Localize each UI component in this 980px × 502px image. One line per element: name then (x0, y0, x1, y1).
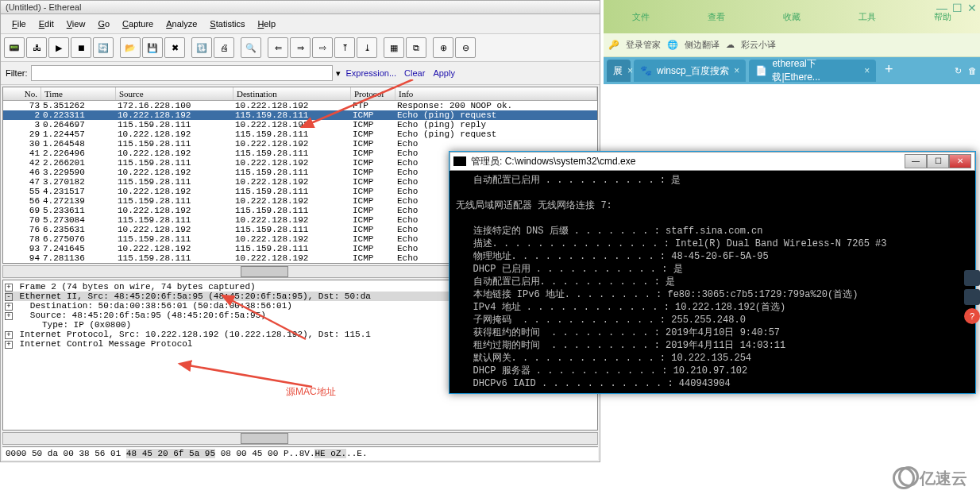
go-first-icon[interactable]: ⤒ (334, 37, 355, 58)
packet-row[interactable]: 30.264697115.159.28.11110.222.128.192ICM… (3, 120, 597, 129)
browser-side-tools: ? (932, 270, 980, 397)
hex-ascii-highlight: HE oZ. (314, 449, 346, 458)
packet-row[interactable]: 735.351262172.16.228.10010.222.128.192FT… (3, 101, 597, 110)
side-tool-icon[interactable] (964, 270, 980, 286)
colorize-icon[interactable]: ▦ (384, 37, 404, 58)
menu-edit[interactable]: Edit (33, 16, 60, 32)
bookmark-item[interactable]: 登录管家 (626, 39, 661, 51)
go-back-icon[interactable]: ⇐ (268, 37, 288, 58)
tab-close-icon[interactable]: × (864, 65, 870, 76)
packet-row[interactable]: 20.22331110.222.128.192115.159.28.111ICM… (3, 110, 597, 120)
watermark-logo-icon (893, 467, 915, 489)
zoom-in-icon[interactable]: ⊕ (433, 37, 453, 58)
window-close-button[interactable]: ✕ (949, 154, 971, 168)
menu-capture[interactable]: Capture (116, 16, 160, 32)
side-tool-icon[interactable]: ? (964, 308, 980, 324)
expression-link[interactable]: Expression... (344, 68, 399, 78)
side-tool-icon[interactable] (964, 289, 980, 305)
scrollbar-thumb[interactable] (241, 266, 288, 277)
stop-capture-icon[interactable]: ⏹ (71, 37, 91, 58)
window-min-icon[interactable]: — (936, 2, 947, 14)
window-max-icon[interactable]: ☐ (952, 2, 963, 14)
go-last-icon[interactable]: ⤓ (357, 37, 377, 58)
cmd-output[interactable]: 自动配置已启用 . . . . . . . . . . : 是 无线局域网适配器… (449, 171, 975, 393)
toolbar: 📟 🖧 ▶ ⏹ 🔄 📂 💾 ✖ 🔃 🖨 🔍 ⇐ ⇒ ⇨ ⤒ ⤓ ▦ ⧉ ⊕ ⊖ (1, 34, 600, 62)
menu-fav[interactable]: 收藏 (783, 11, 801, 23)
tab[interactable]: 🐾winscp_百度搜索× (634, 60, 746, 82)
cmd-titlebar[interactable]: 管理员: C:\windows\system32\cmd.exe — ☐ ✕ (449, 152, 975, 171)
zoom-out-icon[interactable]: ⊖ (455, 37, 476, 58)
expander-icon[interactable]: - (5, 293, 13, 301)
hex-bytes-highlight: 48 45 20 6f 5a 95 (126, 449, 215, 458)
packet-list-header[interactable]: No. Time Source Destination Protocol Inf… (3, 87, 597, 101)
menu-go[interactable]: Go (91, 16, 116, 32)
bookmark-item[interactable]: 彩云小译 (741, 39, 776, 51)
menu-statistics[interactable]: Statistics (203, 16, 251, 32)
bookmark-bar: 🔑登录管家 🌐侧边翻译 ☁彩云小译 (604, 33, 980, 57)
filter-label: Filter: (6, 68, 28, 78)
packet-row[interactable]: 291.22445710.222.128.192115.159.28.111IC… (3, 129, 597, 139)
save-icon[interactable]: 💾 (142, 37, 163, 58)
scrollbar-thumb[interactable] (241, 433, 288, 444)
dropdown-icon[interactable]: ▾ (336, 68, 341, 79)
favicon-icon: 📄 (755, 65, 767, 76)
expander-icon[interactable]: + (5, 303, 13, 311)
new-tab-button[interactable]: + (879, 61, 898, 80)
menu-help[interactable]: Help (251, 16, 282, 32)
cmd-window: 管理员: C:\windows\system32\cmd.exe — ☐ ✕ 自… (449, 151, 976, 394)
tab-close-icon[interactable]: × (627, 65, 633, 76)
cmd-title-text: 管理员: C:\windows\system32\cmd.exe (471, 155, 905, 168)
window-min-button[interactable]: — (905, 154, 927, 168)
clear-link[interactable]: Clear (402, 68, 427, 78)
menu-bar: File Edit View Go Capture Analyze Statis… (1, 14, 600, 34)
menu-file[interactable]: File (6, 16, 33, 32)
watermark: 亿速云 (893, 467, 967, 489)
expander-icon[interactable]: + (5, 331, 13, 339)
menu-analyze[interactable]: Analyze (160, 16, 203, 32)
menu-file[interactable]: 文件 (632, 11, 650, 23)
watermark-text: 亿速云 (920, 468, 967, 489)
hex-bytes: 50 da 00 38 56 01 (32, 449, 126, 458)
hex-dump-pane[interactable]: 0000 50 da 00 38 56 01 48 45 20 6f 5a 95… (2, 446, 598, 460)
autoscroll-icon[interactable]: ⧉ (406, 37, 426, 58)
bookmark-ico[interactable]: 🔑 (608, 40, 619, 50)
restart-icon[interactable]: 🔄 (93, 37, 114, 58)
menu-view[interactable]: 查看 (708, 11, 725, 23)
hex-ascii: ..E. (346, 449, 367, 458)
tab-close-icon[interactable]: × (734, 65, 739, 76)
apply-link[interactable]: Apply (430, 68, 457, 78)
close-file-icon[interactable]: ✖ (164, 37, 185, 58)
menu-tools[interactable]: 工具 (858, 11, 876, 23)
expander-icon[interactable]: + (5, 284, 13, 292)
tab[interactable]: 📄ethereal下载|Ethere...× (749, 60, 876, 82)
go-forward-icon[interactable]: ⇒ (290, 37, 311, 58)
filter-input[interactable] (31, 65, 333, 81)
expander-icon[interactable]: + (5, 312, 13, 320)
restore-tab-icon[interactable]: ↻ (955, 66, 962, 76)
horizontal-scrollbar[interactable] (2, 432, 598, 445)
bookmark-item[interactable]: 侧边翻译 (685, 39, 720, 51)
bookmark-ico[interactable]: 🌐 (667, 40, 678, 50)
window-max-button[interactable]: ☐ (927, 154, 949, 168)
options-icon[interactable]: 🖧 (26, 37, 47, 58)
browser-titlebar: 文件 查看 收藏 工具 帮助 — ☐ ✕ (604, 0, 980, 33)
hex-offset: 0000 (6, 449, 32, 458)
print-icon[interactable]: 🖨 (214, 37, 234, 58)
window-close-icon[interactable]: ✕ (967, 2, 977, 14)
cmd-icon (453, 156, 466, 166)
filter-bar: Filter: ▾ Expression... Clear Apply (1, 62, 600, 85)
tab[interactable]: 展× (607, 60, 631, 82)
find-icon[interactable]: 🔍 (241, 37, 261, 58)
hex-bytes: 08 00 45 00 P..8V. (215, 449, 314, 458)
trash-icon[interactable]: 🗑 (968, 66, 977, 76)
interfaces-icon[interactable]: 📟 (4, 37, 25, 58)
expander-icon[interactable]: + (5, 341, 13, 349)
tab-strip: 展× 🐾winscp_百度搜索× 📄ethereal下载|Ethere...× … (604, 57, 980, 84)
menu-view[interactable]: View (60, 16, 92, 32)
packet-row[interactable]: 301.264548115.159.28.11110.222.128.192IC… (3, 139, 597, 149)
open-file-icon[interactable]: 📂 (120, 37, 141, 58)
go-to-icon[interactable]: ⇨ (312, 37, 333, 58)
reload-icon[interactable]: 🔃 (191, 37, 212, 58)
start-capture-icon[interactable]: ▶ (48, 37, 69, 58)
bookmark-ico[interactable]: ☁ (726, 40, 735, 50)
